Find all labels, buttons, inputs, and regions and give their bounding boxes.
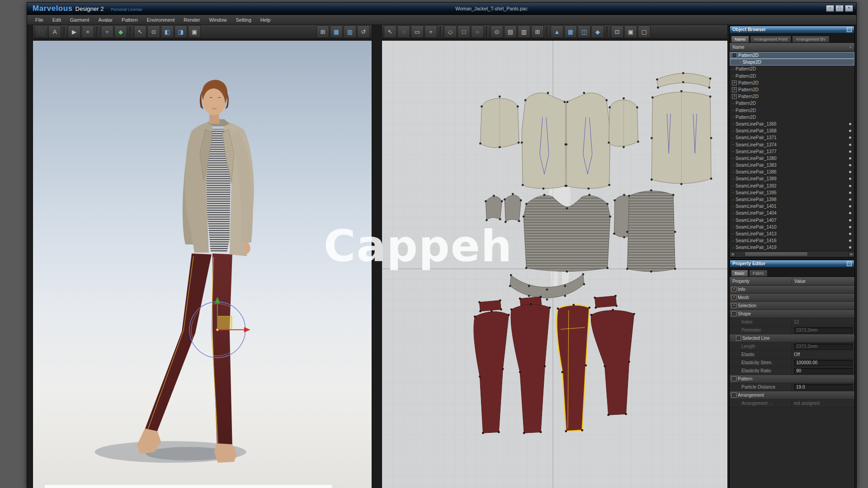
menu-item-file[interactable]: File	[31, 16, 48, 24]
close-button[interactable]: ×	[845, 5, 853, 12]
add-point-tool[interactable]: +	[425, 25, 437, 38]
seam-check-tool[interactable]: ⊞	[531, 25, 544, 38]
property-group-arrangement[interactable]: -Arrangement	[730, 391, 854, 399]
visibility-dot-icon[interactable]	[849, 219, 851, 221]
panel-options-icon[interactable]	[847, 27, 852, 32]
expander-icon[interactable]: -	[731, 393, 736, 398]
tree-item-seamlinepair-1416[interactable]: –SeamLinePair_1416	[730, 237, 854, 244]
tree-item-pattern2d[interactable]: -Pattern2D	[730, 52, 854, 59]
show-grid-2d-toggle[interactable]: ▢	[638, 25, 651, 38]
avatar-pants-back-leg[interactable]	[145, 253, 212, 433]
pattern-mesh-toggle[interactable]: ▦	[564, 25, 577, 38]
panel-options-icon[interactable]	[847, 261, 852, 266]
object-browser-header[interactable]: Object Browser	[730, 26, 854, 33]
tree-item-seamlinepair-1374[interactable]: –SeamLinePair_1374	[730, 141, 854, 148]
pattern-piece-jacket-front-right[interactable]	[566, 92, 612, 189]
show-seams-toggle[interactable]: ◨	[175, 25, 187, 38]
expander-icon[interactable]: -	[736, 336, 741, 341]
window-layout-2-button[interactable]: ▥	[344, 25, 356, 38]
property-group-pattern[interactable]: -Pattern	[730, 375, 854, 383]
menu-item-garment[interactable]: Garment	[66, 16, 94, 24]
expander-icon[interactable]: -	[731, 311, 736, 316]
visibility-dot-icon[interactable]	[849, 150, 851, 153]
stop-simulation-button[interactable]: ×	[81, 25, 94, 38]
property-group-mesh[interactable]: +Mesh	[730, 294, 854, 302]
menu-item-setting[interactable]: Setting	[231, 16, 256, 24]
menu-item-pattern[interactable]: Pattern	[117, 16, 142, 24]
simulate-button[interactable]: ▶	[68, 25, 80, 38]
gizmo-plane-handle[interactable]	[217, 316, 232, 330]
reset-view-button[interactable]: ↺	[357, 25, 370, 38]
sync-pattern-tool[interactable]: ▲	[551, 25, 563, 38]
texture-editor-tool[interactable]: ⊡	[611, 25, 623, 38]
tree-item-seamlinepair-1404[interactable]: –SeamLinePair_1404	[730, 210, 854, 216]
property-group-selected-line[interactable]: -Selected Line	[730, 334, 854, 343]
visibility-dot-icon[interactable]	[849, 130, 851, 132]
pin-tool[interactable]: ⊙	[147, 25, 160, 38]
select-tool[interactable]: ↖	[134, 25, 146, 38]
menu-item-edit[interactable]: Edit	[48, 16, 66, 24]
title-bar[interactable]: Marvelous Designer 2 Personal License Wo…	[27, 3, 856, 15]
window-layout-1-button[interactable]: ▦	[330, 25, 343, 38]
visibility-dot-icon[interactable]	[849, 178, 851, 180]
gizmo-rotate-tool[interactable]: ◆	[114, 25, 127, 38]
expander-icon[interactable]: +	[732, 80, 737, 85]
gizmo-x-arrow[interactable]	[244, 327, 250, 333]
sort-icon[interactable]: ≡	[849, 45, 852, 49]
tree-item-seamlinepair-1398[interactable]: –SeamLinePair_1398	[730, 196, 854, 203]
pattern-layout-tool[interactable]: ◫	[578, 25, 590, 38]
tree-item-pattern2d[interactable]: +Pattern2D	[730, 80, 854, 86]
expander-icon[interactable]: +	[731, 295, 736, 300]
viewport-3d[interactable]	[33, 40, 372, 488]
tree-item-seamlinepair-1410[interactable]: –SeamLinePair_1410	[730, 224, 854, 230]
menu-item-window[interactable]: Window	[204, 16, 231, 24]
visibility-dot-icon[interactable]	[849, 144, 851, 146]
pattern-piece-jacket-front-left[interactable]	[521, 92, 567, 189]
tree-item-seamlinepair-1371[interactable]: –SeamLinePair_1371	[730, 134, 854, 141]
tab-fabric[interactable]: Fabric	[749, 270, 768, 277]
tree-item-seamlinepair-1368[interactable]: –SeamLinePair_1368	[730, 127, 854, 134]
property-value-input[interactable]: 2372.2mm	[794, 343, 853, 350]
tree-item-seamlinepair-1377[interactable]: –SeamLinePair_1377	[730, 148, 854, 155]
segment-seam-tool[interactable]: ▤	[504, 25, 517, 38]
visibility-dot-icon[interactable]	[849, 136, 851, 139]
tree-item-shape2d[interactable]: └Shape2D	[730, 59, 854, 66]
visibility-dot-icon[interactable]	[849, 226, 851, 228]
tree-item-seamlinepair-1419[interactable]: –SeamLinePair_1419	[730, 244, 854, 251]
menu-item-render[interactable]: Render	[179, 16, 204, 24]
tree-item-seamlinepair-1413[interactable]: –SeamLinePair_1413	[730, 230, 854, 237]
show-grid-toggle[interactable]: ⊞	[316, 25, 329, 38]
tree-item-seamlinepair-1392[interactable]: –SeamLinePair_1392	[730, 183, 854, 189]
menu-item-avatar[interactable]: Avatar	[94, 16, 118, 24]
tree-item-seamlinepair-1395[interactable]: –SeamLinePair_1395	[730, 189, 854, 196]
tree-item-seamlinepair-1383[interactable]: –SeamLinePair_1383	[730, 162, 854, 169]
transform-pattern-tool[interactable]: ↖	[384, 25, 396, 38]
expander-icon[interactable]: -	[732, 53, 737, 58]
property-editor-header[interactable]: Property Editor	[730, 260, 854, 267]
visibility-dot-icon[interactable]	[849, 164, 851, 166]
scroll-left-icon[interactable]: ◄	[730, 252, 736, 257]
show-texture-toggle[interactable]: ▣	[624, 25, 637, 38]
expander-icon[interactable]: -	[731, 376, 736, 381]
gizmo-move-tool[interactable]: +	[101, 25, 113, 38]
visibility-dot-icon[interactable]	[849, 233, 851, 235]
avatar-pants-front-leg[interactable]	[212, 253, 232, 445]
expander-icon[interactable]: +	[731, 303, 736, 308]
tree-item-pattern2d[interactable]: +Pattern2D	[730, 93, 854, 100]
tree-item-pattern2d[interactable]: –Pattern2D	[730, 114, 854, 121]
circle-tool[interactable]: ○	[471, 25, 484, 38]
visibility-dot-icon[interactable]	[849, 198, 851, 201]
property-value-input[interactable]: 90	[794, 368, 853, 374]
tree-item-pattern2d[interactable]: –Pattern2D	[730, 66, 854, 72]
tree-item-seamlinepair-1365[interactable]: –SeamLinePair_1365	[730, 121, 854, 127]
tree-item-seamlinepair-1407[interactable]: –SeamLinePair_1407	[730, 217, 854, 224]
tab-name[interactable]: Name	[731, 36, 749, 42]
property-value-input[interactable]: 100000.00	[794, 360, 853, 366]
avatar-display-toggle[interactable]: A	[48, 25, 61, 38]
show-garment-toggle[interactable]: ◧	[161, 25, 174, 38]
avatar-3d[interactable]	[137, 80, 254, 463]
tab-arrangement-point[interactable]: Arrangement Point	[750, 36, 791, 42]
visibility-dot-icon[interactable]	[849, 205, 851, 207]
minimize-button[interactable]: –	[826, 5, 834, 12]
object-browser-column-header[interactable]: Name ≡	[730, 43, 854, 52]
